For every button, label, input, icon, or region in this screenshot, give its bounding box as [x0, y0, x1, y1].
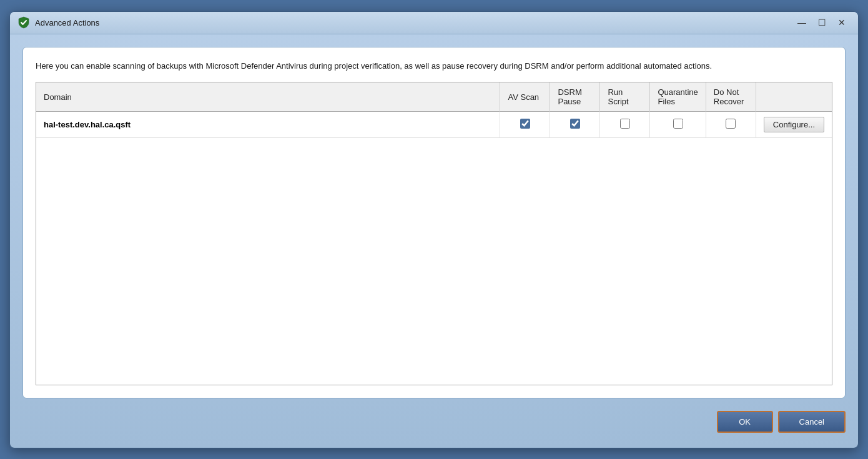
configure-cell: Configure... — [756, 112, 832, 138]
dsrm-pause-checkbox[interactable] — [570, 119, 580, 129]
do-not-recover-cell — [706, 112, 756, 138]
close-button[interactable]: ✕ — [833, 16, 851, 29]
table-header-row: Domain AV Scan DSRM Pause Run Script Qua… — [36, 82, 832, 112]
quarantine-files-checkbox[interactable] — [673, 119, 683, 129]
col-header-do-not-recover: Do Not Recover — [706, 82, 756, 112]
col-header-dsrm-pause: DSRM Pause — [550, 82, 600, 112]
configure-button[interactable]: Configure... — [764, 117, 824, 132]
domain-table-container: Domain AV Scan DSRM Pause Run Script Qua… — [36, 82, 832, 385]
description-text: Here you can enable scanning of backups … — [36, 60, 832, 72]
run-script-checkbox[interactable] — [620, 119, 630, 129]
window-controls: — ☐ ✕ — [793, 16, 851, 29]
table-row: hal-test.dev.hal.ca.qsft — [36, 112, 832, 138]
window-title: Advanced Actions — [35, 18, 793, 27]
col-header-av-scan: AV Scan — [500, 82, 550, 112]
content-panel: Here you can enable scanning of backups … — [22, 47, 846, 398]
do-not-recover-checkbox[interactable] — [726, 119, 736, 129]
col-header-quarantine-files: Quarantine Files — [650, 82, 706, 112]
col-header-configure — [756, 82, 832, 112]
domain-table: Domain AV Scan DSRM Pause Run Script Qua… — [36, 82, 832, 138]
av-scan-cell — [500, 112, 550, 138]
title-bar: Advanced Actions — ☐ ✕ — [10, 12, 858, 34]
col-header-domain: Domain — [36, 82, 500, 112]
run-script-cell — [600, 112, 650, 138]
minimize-button[interactable]: — — [793, 16, 811, 29]
av-scan-checkbox[interactable] — [520, 119, 530, 129]
dsrm-pause-cell — [550, 112, 600, 138]
domain-cell: hal-test.dev.hal.ca.qsft — [36, 112, 500, 138]
footer: OK Cancel — [22, 408, 846, 435]
cancel-button[interactable]: Cancel — [778, 411, 846, 433]
window-body: Here you can enable scanning of backups … — [10, 34, 858, 448]
maximize-button[interactable]: ☐ — [813, 16, 831, 29]
ok-button[interactable]: OK — [717, 411, 773, 433]
quarantine-files-cell — [650, 112, 706, 138]
col-header-run-script: Run Script — [600, 82, 650, 112]
app-icon — [17, 16, 30, 29]
advanced-actions-window: Advanced Actions — ☐ ✕ Here you can enab… — [9, 11, 859, 448]
